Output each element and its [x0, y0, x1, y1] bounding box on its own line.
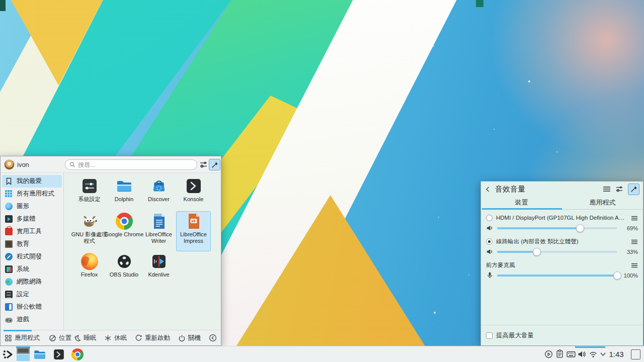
taskbar-konsole[interactable]: [53, 348, 65, 360]
tray-network[interactable]: [589, 350, 598, 358]
default-device-radio[interactable]: [486, 215, 493, 221]
sidebar-item-label: 我的最愛: [17, 177, 42, 186]
slider-handle[interactable]: [576, 224, 584, 232]
launcher-app-grid: 系統設定 Dolphin: [64, 173, 221, 330]
discover-icon: [150, 177, 168, 195]
shutdown-button[interactable]: 關機: [178, 334, 201, 342]
app-obs-studio[interactable]: OBS Studio: [107, 251, 141, 287]
sidebar-item-label: 遊戲: [17, 315, 29, 324]
hamburger-menu-icon[interactable]: [603, 186, 611, 193]
user-name: ivon: [17, 161, 29, 168]
virtual-desktop-pager[interactable]: [17, 347, 30, 361]
default-device-radio[interactable]: [486, 238, 493, 245]
volume-percent: 33%: [621, 249, 638, 255]
device-menu-icon[interactable]: [631, 262, 638, 268]
slider-handle[interactable]: [613, 272, 621, 280]
audio-volume-popup: 音效音量 裝置: [480, 181, 643, 346]
chrome-icon: [116, 213, 133, 230]
app-launcher-button[interactable]: [2, 348, 15, 361]
sidebar-item-system[interactable]: 系統: [1, 263, 63, 276]
pin-icon: [630, 186, 637, 193]
impress-icon: [185, 213, 202, 230]
tab-places[interactable]: 位置: [49, 334, 71, 342]
app-system-settings[interactable]: 系統設定: [72, 176, 107, 211]
sidebar-item-office[interactable]: 辦公軟體: [1, 301, 63, 313]
configure-sliders-icon[interactable]: [199, 160, 208, 169]
show-desktop-button[interactable]: [631, 349, 640, 359]
app-gimp[interactable]: GNU 影像處理程式: [72, 211, 107, 251]
sleep-button[interactable]: 睡眠: [73, 334, 96, 342]
app-google-chrome[interactable]: Google Chrome: [107, 211, 141, 251]
desktop-2-cell[interactable]: [17, 354, 30, 361]
sidebar-item-all-applications[interactable]: 所有應用程式: [1, 188, 63, 200]
raise-max-volume-option[interactable]: 提高最大音量: [486, 331, 534, 340]
app-konsole[interactable]: Konsole: [176, 176, 211, 211]
volume-percent: 69%: [621, 225, 638, 231]
app-kdenlive[interactable]: Kdenlive: [141, 251, 176, 287]
device-list: HDMI / DisplayPort (GP107GL High Definit…: [481, 210, 643, 281]
app-libreoffice-writer[interactable]: LibreOffice Writer: [141, 211, 176, 251]
desktop-1-cell[interactable]: [17, 347, 30, 354]
app-libreoffice-impress[interactable]: LibreOffice Impress: [176, 211, 211, 251]
device-menu-icon[interactable]: [631, 215, 638, 221]
app-dolphin[interactable]: Dolphin: [107, 176, 141, 211]
tray-clipboard[interactable]: [555, 349, 564, 358]
sidebar-item-multimedia[interactable]: 多媒體: [1, 213, 63, 225]
device-row-front-mic: 前方麥克風 100%: [486, 260, 638, 281]
power-icon: [178, 334, 186, 342]
settings-icon: [5, 291, 13, 298]
sidebar-item-settings[interactable]: 設定: [1, 288, 63, 301]
pin-button[interactable]: [628, 184, 639, 195]
microphone-icon[interactable]: [486, 272, 494, 279]
sidebar-item-internet[interactable]: 網際網路: [1, 276, 63, 288]
sidebar-item-games[interactable]: 遊戲: [1, 313, 63, 326]
tab-applications[interactable]: 應用程式: [5, 334, 40, 342]
pin-button[interactable]: [209, 159, 220, 170]
app-discover[interactable]: Discover: [141, 176, 176, 211]
hibernate-button[interactable]: 休眠: [104, 334, 127, 342]
taskbar-dolphin[interactable]: [33, 348, 46, 361]
dolphin-icon: [33, 348, 46, 361]
slider-handle[interactable]: [533, 248, 541, 256]
sidebar-item-favorites[interactable]: 我的最愛: [2, 175, 62, 188]
device-menu-icon[interactable]: [631, 239, 638, 245]
device-name: 線路輸出 (內部音效 類比立體聲): [496, 238, 627, 245]
mixer-sliders-icon[interactable]: [615, 185, 623, 193]
app-launcher-kde-icon: [2, 348, 15, 361]
sidebar-item-label: 網際網路: [17, 278, 42, 286]
desktop: ivon: [0, 0, 644, 362]
tab-applications[interactable]: 應用程式: [562, 197, 643, 209]
collapse-chevron-button[interactable]: [209, 334, 217, 342]
media-player-icon: [544, 350, 553, 358]
search-icon: [69, 161, 75, 168]
raise-max-volume-checkbox[interactable]: [486, 332, 493, 339]
active-tab-indicator: [4, 330, 32, 331]
tray-volume[interactable]: [578, 350, 586, 358]
speaker-icon[interactable]: [486, 224, 494, 232]
clock[interactable]: 1:43: [605, 346, 628, 362]
moon-sleep-icon: [73, 334, 81, 342]
sidebar-item-label: 多媒體: [17, 215, 36, 223]
user-avatar[interactable]: [4, 159, 15, 170]
sidebar-item-development[interactable]: 程式開發: [1, 250, 63, 263]
volume-slider[interactable]: [497, 248, 617, 256]
education-icon: [5, 240, 13, 248]
taskbar-chrome[interactable]: [71, 348, 84, 360]
speaker-icon[interactable]: [486, 248, 494, 255]
sidebar-item-graphics[interactable]: 圖形: [1, 200, 63, 213]
volume-slider[interactable]: [497, 224, 617, 232]
sidebar-item-education[interactable]: 教育: [1, 238, 63, 250]
snowflake-icon: [104, 334, 112, 342]
sidebar-item-utilities[interactable]: 實用工具: [1, 225, 63, 238]
volume-slider[interactable]: [497, 272, 617, 280]
search-box[interactable]: [65, 159, 197, 170]
app-firefox[interactable]: Firefox: [72, 251, 107, 287]
search-input[interactable]: [78, 161, 193, 168]
tray-keyboard[interactable]: [567, 350, 576, 358]
device-name: 前方麥克風: [486, 261, 627, 269]
tray-media-player[interactable]: [544, 350, 553, 358]
restart-button[interactable]: 重新啟動: [135, 334, 170, 342]
utilities-icon: [5, 228, 13, 235]
tab-devices[interactable]: 裝置: [481, 197, 562, 209]
back-chevron-icon[interactable]: [485, 186, 491, 193]
